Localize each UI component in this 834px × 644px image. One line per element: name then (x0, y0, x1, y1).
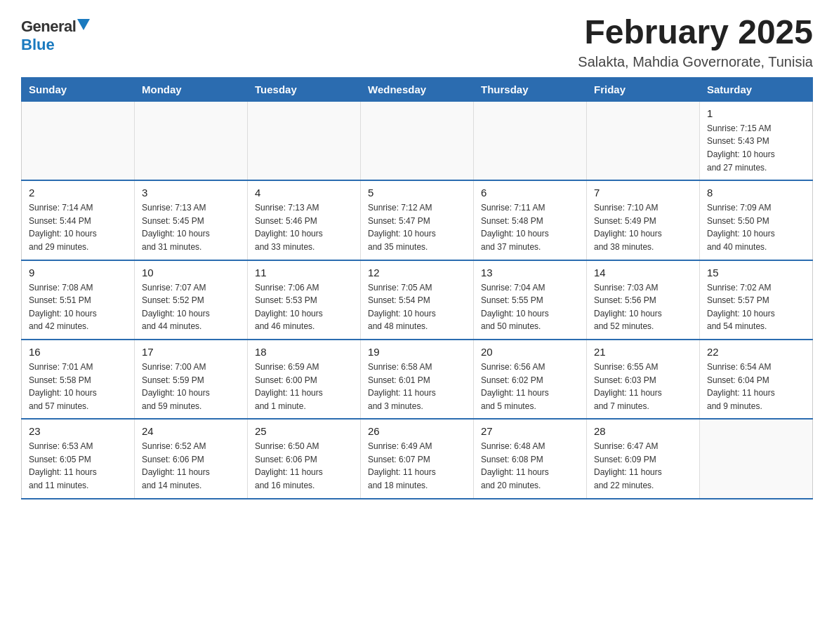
day-info: Sunrise: 7:14 AMSunset: 5:44 PMDaylight:… (29, 201, 127, 253)
calendar-cell: 27Sunrise: 6:48 AMSunset: 6:08 PMDayligh… (474, 419, 587, 498)
day-number: 19 (368, 346, 466, 358)
day-info: Sunrise: 6:56 AMSunset: 6:02 PMDaylight:… (481, 361, 579, 412)
day-number: 4 (255, 187, 353, 199)
day-info: Sunrise: 7:09 AMSunset: 5:50 PMDaylight:… (707, 201, 805, 253)
day-info: Sunrise: 7:00 AMSunset: 5:59 PMDaylight:… (142, 361, 240, 412)
page-title: February 2025 (578, 14, 813, 51)
calendar-cell: 13Sunrise: 7:04 AMSunset: 5:55 PMDayligh… (474, 260, 587, 340)
col-saturday: Saturday (700, 77, 813, 101)
calendar-week-4: 16Sunrise: 7:01 AMSunset: 5:58 PMDayligh… (22, 340, 813, 419)
calendar-cell: 21Sunrise: 6:55 AMSunset: 6:03 PMDayligh… (587, 340, 700, 419)
day-number: 5 (368, 187, 466, 199)
calendar-cell: 23Sunrise: 6:53 AMSunset: 6:05 PMDayligh… (22, 419, 135, 498)
page-subtitle: Salakta, Mahdia Governorate, Tunisia (578, 54, 813, 70)
day-info: Sunrise: 6:59 AMSunset: 6:00 PMDaylight:… (255, 361, 353, 412)
calendar-cell (474, 101, 587, 180)
calendar-cell: 5Sunrise: 7:12 AMSunset: 5:47 PMDaylight… (361, 180, 474, 260)
calendar-cell (587, 101, 700, 180)
day-number: 15 (707, 267, 805, 279)
calendar-cell (248, 101, 361, 180)
day-number: 6 (481, 187, 579, 199)
calendar-cell: 20Sunrise: 6:56 AMSunset: 6:02 PMDayligh… (474, 340, 587, 419)
calendar-cell: 12Sunrise: 7:05 AMSunset: 5:54 PMDayligh… (361, 260, 474, 340)
col-sunday: Sunday (22, 77, 135, 101)
day-number: 8 (707, 187, 805, 199)
calendar-cell (22, 101, 135, 180)
day-info: Sunrise: 7:05 AMSunset: 5:54 PMDaylight:… (368, 281, 466, 333)
day-info: Sunrise: 7:11 AMSunset: 5:48 PMDaylight:… (481, 201, 579, 253)
day-info: Sunrise: 7:04 AMSunset: 5:55 PMDaylight:… (481, 281, 579, 333)
calendar-cell (361, 101, 474, 180)
calendar-cell: 4Sunrise: 7:13 AMSunset: 5:46 PMDaylight… (248, 180, 361, 260)
logo: General Blue (21, 14, 90, 54)
calendar-body: 1Sunrise: 7:15 AMSunset: 5:43 PMDaylight… (22, 101, 813, 498)
col-tuesday: Tuesday (248, 77, 361, 101)
day-number: 20 (481, 346, 579, 358)
day-number: 22 (707, 346, 805, 358)
calendar-week-2: 2Sunrise: 7:14 AMSunset: 5:44 PMDaylight… (22, 180, 813, 260)
day-info: Sunrise: 7:13 AMSunset: 5:46 PMDaylight:… (255, 201, 353, 253)
day-info: Sunrise: 6:49 AMSunset: 6:07 PMDaylight:… (368, 440, 466, 492)
calendar-cell: 11Sunrise: 7:06 AMSunset: 5:53 PMDayligh… (248, 260, 361, 340)
calendar-cell: 24Sunrise: 6:52 AMSunset: 6:06 PMDayligh… (135, 419, 248, 498)
day-info: Sunrise: 7:07 AMSunset: 5:52 PMDaylight:… (142, 281, 240, 333)
day-number: 12 (368, 267, 466, 279)
calendar-cell: 15Sunrise: 7:02 AMSunset: 5:57 PMDayligh… (700, 260, 813, 340)
calendar-cell: 10Sunrise: 7:07 AMSunset: 5:52 PMDayligh… (135, 260, 248, 340)
day-number: 14 (594, 267, 692, 279)
day-number: 17 (142, 346, 240, 358)
day-number: 21 (594, 346, 692, 358)
logo-general-text: General (21, 18, 76, 36)
day-info: Sunrise: 7:03 AMSunset: 5:56 PMDaylight:… (594, 281, 692, 333)
day-info: Sunrise: 7:08 AMSunset: 5:51 PMDaylight:… (29, 281, 127, 333)
day-number: 25 (255, 425, 353, 437)
calendar-cell: 25Sunrise: 6:50 AMSunset: 6:06 PMDayligh… (248, 419, 361, 498)
calendar-cell: 18Sunrise: 6:59 AMSunset: 6:00 PMDayligh… (248, 340, 361, 419)
col-wednesday: Wednesday (361, 77, 474, 101)
title-block: February 2025 Salakta, Mahdia Governorat… (578, 14, 813, 70)
logo-blue-text: Blue (21, 36, 55, 54)
day-info: Sunrise: 6:52 AMSunset: 6:06 PMDaylight:… (142, 440, 240, 492)
calendar-cell (700, 419, 813, 498)
calendar-cell: 26Sunrise: 6:49 AMSunset: 6:07 PMDayligh… (361, 419, 474, 498)
calendar-cell: 17Sunrise: 7:00 AMSunset: 5:59 PMDayligh… (135, 340, 248, 419)
calendar-cell: 19Sunrise: 6:58 AMSunset: 6:01 PMDayligh… (361, 340, 474, 419)
day-number: 16 (29, 346, 127, 358)
page-header: General Blue February 2025 Salakta, Mahd… (21, 14, 813, 70)
col-thursday: Thursday (474, 77, 587, 101)
calendar-table: Sunday Monday Tuesday Wednesday Thursday… (21, 77, 813, 499)
logo-arrow-icon (77, 19, 90, 32)
day-info: Sunrise: 7:15 AMSunset: 5:43 PMDaylight:… (707, 122, 805, 174)
calendar-cell: 28Sunrise: 6:47 AMSunset: 6:09 PMDayligh… (587, 419, 700, 498)
calendar-cell: 2Sunrise: 7:14 AMSunset: 5:44 PMDaylight… (22, 180, 135, 260)
day-info: Sunrise: 7:06 AMSunset: 5:53 PMDaylight:… (255, 281, 353, 333)
day-number: 3 (142, 187, 240, 199)
col-friday: Friday (587, 77, 700, 101)
calendar-header: Sunday Monday Tuesday Wednesday Thursday… (22, 77, 813, 101)
calendar-cell: 7Sunrise: 7:10 AMSunset: 5:49 PMDaylight… (587, 180, 700, 260)
day-info: Sunrise: 7:12 AMSunset: 5:47 PMDaylight:… (368, 201, 466, 253)
day-info: Sunrise: 7:01 AMSunset: 5:58 PMDaylight:… (29, 361, 127, 412)
calendar-cell: 22Sunrise: 6:54 AMSunset: 6:04 PMDayligh… (700, 340, 813, 419)
calendar-week-5: 23Sunrise: 6:53 AMSunset: 6:05 PMDayligh… (22, 419, 813, 498)
calendar-cell (135, 101, 248, 180)
day-info: Sunrise: 7:02 AMSunset: 5:57 PMDaylight:… (707, 281, 805, 333)
calendar-week-3: 9Sunrise: 7:08 AMSunset: 5:51 PMDaylight… (22, 260, 813, 340)
col-monday: Monday (135, 77, 248, 101)
calendar-cell: 3Sunrise: 7:13 AMSunset: 5:45 PMDaylight… (135, 180, 248, 260)
day-number: 10 (142, 267, 240, 279)
day-info: Sunrise: 6:53 AMSunset: 6:05 PMDaylight:… (29, 440, 127, 492)
day-number: 9 (29, 267, 127, 279)
day-info: Sunrise: 6:50 AMSunset: 6:06 PMDaylight:… (255, 440, 353, 492)
day-number: 23 (29, 425, 127, 437)
day-number: 11 (255, 267, 353, 279)
day-info: Sunrise: 6:54 AMSunset: 6:04 PMDaylight:… (707, 361, 805, 412)
calendar-cell: 9Sunrise: 7:08 AMSunset: 5:51 PMDaylight… (22, 260, 135, 340)
day-info: Sunrise: 6:58 AMSunset: 6:01 PMDaylight:… (368, 361, 466, 412)
day-number: 28 (594, 425, 692, 437)
day-number: 7 (594, 187, 692, 199)
day-info: Sunrise: 7:13 AMSunset: 5:45 PMDaylight:… (142, 201, 240, 253)
day-number: 24 (142, 425, 240, 437)
calendar-cell: 6Sunrise: 7:11 AMSunset: 5:48 PMDaylight… (474, 180, 587, 260)
calendar-cell: 16Sunrise: 7:01 AMSunset: 5:58 PMDayligh… (22, 340, 135, 419)
